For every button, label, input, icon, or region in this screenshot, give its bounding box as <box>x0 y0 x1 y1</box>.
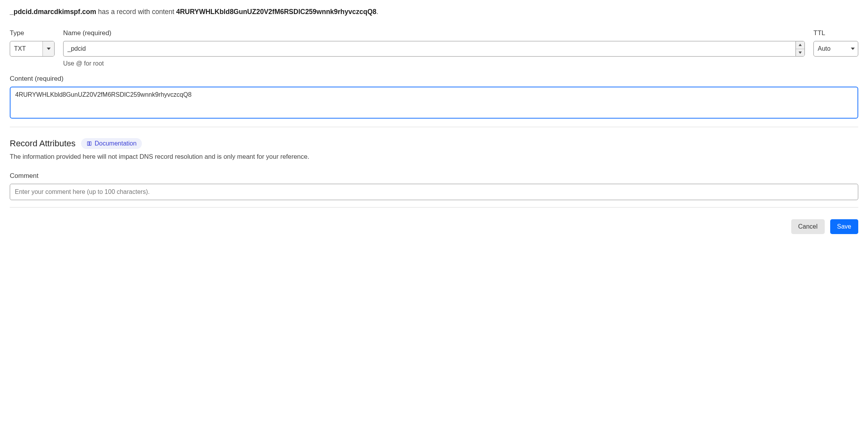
ttl-field-group: TTL Auto <box>813 29 858 57</box>
triangle-up-icon <box>799 44 802 46</box>
triangle-down-icon <box>799 51 802 54</box>
spinner-down[interactable] <box>796 49 804 57</box>
record-summary-period: . <box>377 8 378 16</box>
content-textarea[interactable] <box>10 87 858 119</box>
name-spinner <box>796 41 805 57</box>
type-field-group: Type TXT <box>10 29 55 57</box>
name-input-wrap <box>63 41 805 57</box>
record-content-value: 4RURYWHLKbld8GunUZ20V2fM6RSDlC259wnnk9rh… <box>176 8 377 16</box>
footer-actions: Cancel Save <box>10 219 858 234</box>
ttl-select[interactable]: Auto <box>813 41 858 57</box>
save-button[interactable]: Save <box>830 219 858 234</box>
content-field-group: Content (required) <box>10 75 858 120</box>
attributes-description: The information provided here will not i… <box>10 153 858 160</box>
ttl-select-value: Auto <box>818 45 854 52</box>
content-label: Content (required) <box>10 75 858 83</box>
documentation-link[interactable]: Documentation <box>81 138 142 149</box>
comment-field-group: Comment <box>10 172 858 200</box>
chevron-down-icon <box>42 41 54 56</box>
record-hostname: _pdcid.dmarcdkimspf.com <box>10 8 96 16</box>
ttl-label: TTL <box>813 29 858 37</box>
divider <box>10 207 858 208</box>
cancel-button[interactable]: Cancel <box>791 219 825 234</box>
chevron-down-icon <box>851 41 855 56</box>
comment-input[interactable] <box>10 184 858 200</box>
spinner-up[interactable] <box>796 41 804 49</box>
comment-label: Comment <box>10 172 858 180</box>
record-summary: _pdcid.dmarcdkimspf.com has a record wit… <box>10 8 858 16</box>
attributes-title: Record Attributes <box>10 138 76 149</box>
name-label: Name (required) <box>63 29 805 37</box>
documentation-label: Documentation <box>95 140 137 147</box>
record-summary-mid: has a record with content <box>96 8 176 16</box>
divider <box>10 127 858 127</box>
record-form-row: Type TXT Name (required) Use @ for root … <box>10 29 858 67</box>
name-helper: Use @ for root <box>63 60 805 67</box>
attributes-header: Record Attributes Documentation <box>10 138 858 149</box>
type-select[interactable]: TXT <box>10 41 55 57</box>
name-field-group: Name (required) Use @ for root <box>63 29 805 67</box>
type-select-value: TXT <box>14 45 42 52</box>
book-icon <box>87 141 92 146</box>
name-input[interactable] <box>63 41 796 57</box>
type-label: Type <box>10 29 55 37</box>
